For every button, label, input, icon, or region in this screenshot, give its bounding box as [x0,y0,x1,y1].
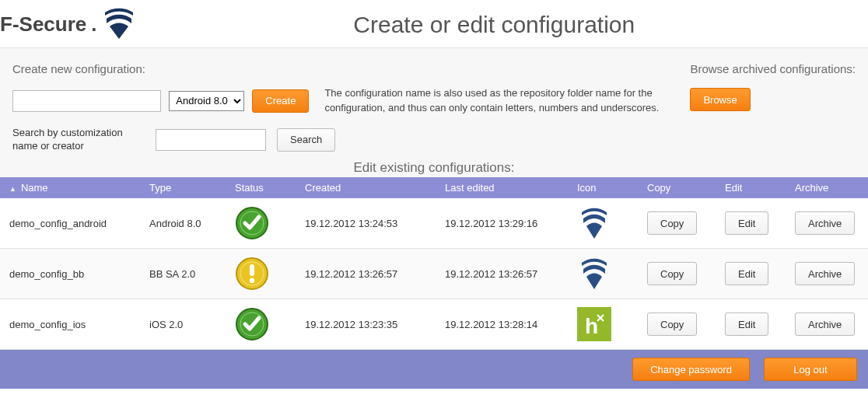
copy-button[interactable]: Copy [647,262,697,285]
copy-button[interactable]: Copy [647,313,697,336]
cell-last-edited: 19.12.2012 13:26:57 [436,249,568,299]
svg-point-5 [250,278,254,283]
cell-type: Android 8.0 [140,198,226,249]
archive-button[interactable]: Archive [795,262,855,285]
app-icon [568,249,638,299]
column-header-type[interactable]: Type [140,177,226,198]
cell-type: iOS 2.0 [140,299,226,350]
column-header-name[interactable]: Name [0,177,140,198]
create-configuration-section: Create new configuration: Android 8.0 Cr… [12,62,690,116]
change-password-button[interactable]: Change password [632,358,750,381]
fsecure-shield-icon [102,8,136,41]
cell-name: demo_config_bb [0,249,140,299]
footer-bar: Change password Log out [0,350,868,389]
column-header-created[interactable]: Created [296,177,436,198]
brand-name: F-Secure [0,12,86,37]
cell-created: 19.12.2012 13:23:35 [296,299,436,350]
create-button[interactable]: Create [252,89,309,113]
edit-button[interactable]: Edit [725,262,768,285]
archived-configurations-section: Browse archived configurations: Browse [690,62,856,116]
cell-name: demo_config_android [0,198,140,249]
edit-button[interactable]: Edit [725,211,768,235]
cell-last-edited: 19.12.2012 13:29:16 [436,198,568,249]
log-out-button[interactable]: Log out [764,358,857,381]
configurations-table: Name Type Status Created Last edited Ico… [0,177,868,350]
column-header-status[interactable]: Status [226,177,296,198]
archived-section-label: Browse archived configurations: [690,62,856,75]
search-button[interactable]: Search [277,128,335,152]
column-header-archive[interactable]: Archive [786,177,868,198]
column-header-copy[interactable]: Copy [638,177,716,198]
cell-created: 19.12.2012 13:24:53 [296,198,436,249]
copy-button[interactable]: Copy [647,211,697,235]
archive-button[interactable]: Archive [795,211,855,235]
table-title: Edit existing configurations: [12,157,856,177]
edit-button[interactable]: Edit [725,313,768,336]
status-warning-icon [226,249,296,299]
cell-type: BB SA 2.0 [140,249,226,299]
browse-archived-button[interactable]: Browse [690,88,750,111]
svg-text:h: h [585,314,598,338]
app-icon: h [568,299,638,350]
cell-last-edited: 19.12.2012 13:28:14 [436,299,568,350]
search-input[interactable] [156,129,266,151]
create-hint-text: The configuration name is also used as t… [324,86,690,116]
create-section-label: Create new configuration: [12,62,690,75]
status-ok-icon [226,299,296,350]
svg-rect-4 [250,264,254,276]
table-row: demo_config_bbBB SA 2.019.12.2012 13:26:… [0,249,868,299]
column-header-edit[interactable]: Edit [716,177,786,198]
brand-dot: . [91,12,96,37]
table-row: demo_config_iosiOS 2.019.12.2012 13:23:3… [0,299,868,350]
platform-select[interactable]: Android 8.0 [169,91,244,111]
brand-logo: F-Secure. [0,8,136,41]
archive-button[interactable]: Archive [795,313,855,336]
search-label: Search by customization name or creator [12,127,145,153]
table-row: demo_config_androidAndroid 8.019.12.2012… [0,198,868,249]
search-section: Search by customization name or creator … [12,127,856,153]
cell-name: demo_config_ios [0,299,140,350]
new-configuration-name-input[interactable] [12,90,161,112]
status-ok-icon [226,198,296,249]
cell-created: 19.12.2012 13:26:57 [296,249,436,299]
page-title: Create or edit configuration [136,12,853,38]
app-icon [568,198,638,249]
column-header-last-edited[interactable]: Last edited [436,177,568,198]
column-header-icon[interactable]: Icon [568,177,638,198]
